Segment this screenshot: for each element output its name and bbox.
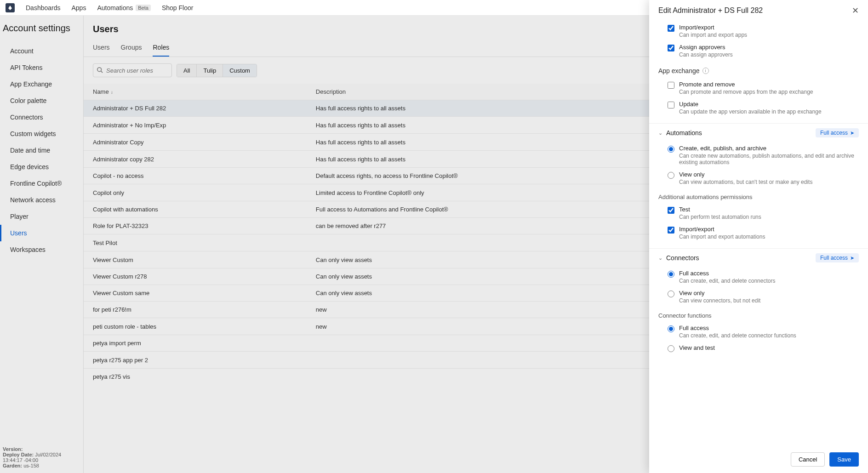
permission-desc: Can update the app version available in … — [679, 108, 822, 115]
permission-checkbox[interactable] — [668, 102, 674, 108]
section-header-app-exchange: App exchange i — [658, 61, 859, 78]
permission-item: Import/exportCan import and export apps — [668, 21, 859, 41]
category-title: Automations — [666, 129, 702, 137]
permission-item: View onlyCan view automations, but can't… — [668, 168, 859, 188]
permission-item: Create, edit, publish, and archiveCan cr… — [668, 142, 859, 168]
category-title: Connectors — [666, 254, 699, 262]
permission-checkbox[interactable] — [668, 25, 674, 32]
permission-title: Create, edit, publish, and archive — [679, 145, 859, 152]
permission-title: Full access — [679, 270, 775, 277]
close-icon[interactable]: ✕ — [852, 6, 859, 16]
permission-item: View and test — [668, 342, 859, 355]
panel-title: Edit Administrator + DS Full 282 — [658, 6, 763, 15]
permission-item: Full accessCan create, edit, and delete … — [668, 267, 859, 287]
permission-item: UpdateCan update the app version availab… — [668, 98, 859, 118]
save-button[interactable]: Save — [829, 452, 859, 467]
permission-checkbox[interactable] — [668, 45, 674, 51]
permission-item: TestCan perform test automation runs — [668, 203, 859, 223]
permission-title: Assign approvers — [679, 44, 733, 51]
send-icon: ➤ — [850, 130, 854, 136]
permission-desc: Can create new automations, publish auto… — [679, 153, 859, 165]
permission-title: View only — [679, 290, 760, 296]
permission-checkbox[interactable] — [668, 82, 674, 89]
permission-item: Import/exportCan import and export autom… — [668, 223, 859, 243]
permission-checkbox[interactable] — [668, 207, 674, 214]
permission-radio[interactable] — [668, 172, 674, 179]
permission-title: Import/export — [679, 226, 765, 233]
permission-radio[interactable] — [668, 271, 674, 278]
permission-desc: Can import and export automations — [679, 234, 765, 240]
nav-item-apps[interactable]: Apps — [72, 4, 86, 11]
permission-desc: Can create, edit, and delete connector f… — [679, 332, 796, 339]
permission-item: Assign approversCan assign approvers — [668, 41, 859, 61]
permission-radio[interactable] — [668, 291, 674, 297]
permission-desc: Can create, edit, and delete connectors — [679, 278, 775, 284]
subsection-header: Additional automations permissions — [658, 194, 859, 200]
nav-item-automations[interactable]: AutomationsBeta — [97, 4, 150, 11]
permission-desc: Can assign approvers — [679, 51, 733, 58]
nav-item-shop floor[interactable]: Shop Floor — [162, 4, 193, 11]
permission-desc: Can promote and remove apps from the app… — [679, 89, 813, 95]
permission-title: View and test — [679, 344, 715, 351]
permission-radio[interactable] — [668, 345, 674, 352]
permission-item: Promote and removeCan promote and remove… — [668, 78, 859, 98]
cancel-button[interactable]: Cancel — [791, 452, 825, 467]
permission-item: Full accessCan create, edit, and delete … — [668, 322, 859, 342]
subsection-header: Connector functions — [658, 312, 859, 319]
category-header[interactable]: ⌄AutomationsFull access ➤ — [658, 128, 859, 137]
permission-desc: Can view connectors, but not edit — [679, 297, 760, 304]
nav-item-dashboards[interactable]: Dashboards — [26, 4, 61, 11]
app-logo[interactable] — [6, 3, 15, 12]
send-icon: ➤ — [850, 255, 854, 261]
permission-title: Promote and remove — [679, 81, 813, 88]
permission-desc: Can perform test automation runs — [679, 214, 761, 220]
edit-role-panel: Edit Administrator + DS Full 282 ✕ Impor… — [649, 0, 868, 473]
permission-title: Import/export — [679, 24, 747, 31]
permission-radio[interactable] — [668, 146, 674, 153]
access-badge[interactable]: Full access ➤ — [816, 253, 859, 262]
permission-checkbox[interactable] — [668, 227, 674, 234]
permission-title: Test — [679, 206, 761, 213]
beta-badge: Beta — [136, 5, 151, 11]
permission-title: Full access — [679, 325, 796, 331]
permission-desc: Can view automations, but can't test or … — [679, 179, 812, 185]
permission-desc: Can import and export apps — [679, 32, 747, 38]
chevron-down-icon: ⌄ — [658, 130, 662, 136]
info-icon[interactable]: i — [702, 68, 709, 74]
permission-radio[interactable] — [668, 325, 674, 332]
permission-title: Update — [679, 101, 822, 108]
category-header[interactable]: ⌄ConnectorsFull access ➤ — [658, 253, 859, 262]
access-badge[interactable]: Full access ➤ — [816, 128, 859, 137]
permission-title: View only — [679, 171, 812, 178]
chevron-down-icon: ⌄ — [658, 255, 662, 261]
permission-item: View onlyCan view connectors, but not ed… — [668, 287, 859, 307]
